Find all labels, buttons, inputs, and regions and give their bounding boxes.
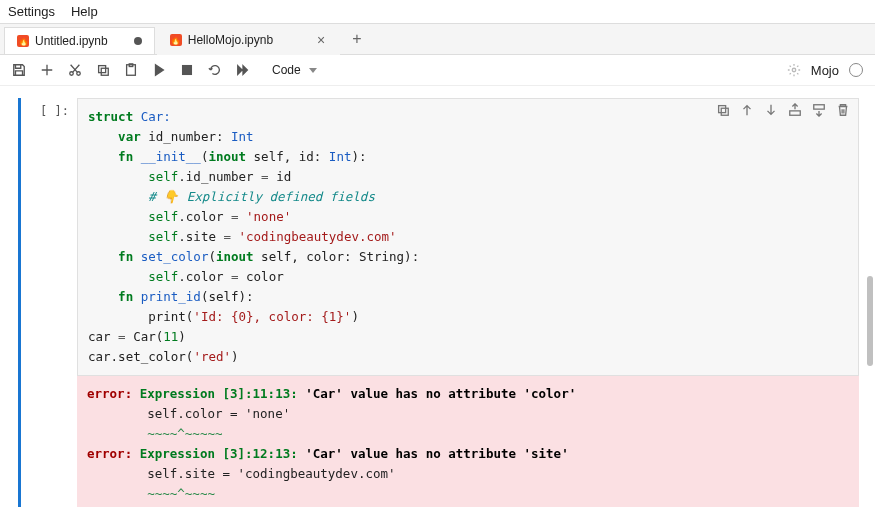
duplicate-icon[interactable] — [716, 103, 730, 123]
add-tab-button[interactable]: + — [342, 26, 371, 52]
move-down-icon[interactable] — [764, 103, 778, 123]
svg-point-1 — [77, 72, 81, 76]
move-up-icon[interactable] — [740, 103, 754, 123]
code-cell[interactable]: [ ]: struct Car: var id_number: Int fn _… — [18, 98, 859, 376]
cell-type-label: Code — [272, 63, 301, 77]
svg-rect-10 — [790, 111, 801, 115]
insert-above-icon[interactable] — [788, 103, 802, 123]
menu-settings[interactable]: Settings — [8, 4, 55, 19]
svg-rect-11 — [814, 105, 825, 109]
save-icon[interactable] — [12, 63, 26, 77]
cell-type-dropdown[interactable]: Code — [264, 61, 325, 79]
mojo-icon — [170, 34, 182, 46]
delete-icon[interactable] — [836, 103, 850, 123]
kernel-name[interactable]: Mojo — [811, 63, 839, 78]
run-icon[interactable] — [152, 63, 166, 77]
svg-rect-9 — [721, 108, 728, 115]
tab-hellomojo[interactable]: HelloMojo.ipynb × — [157, 25, 341, 55]
svg-point-7 — [792, 68, 796, 72]
svg-rect-8 — [719, 106, 726, 113]
toolbar: Code Mojo — [0, 55, 875, 86]
close-icon[interactable]: × — [315, 32, 327, 48]
menubar: Settings Help — [0, 0, 875, 23]
cell-prompt: [ ]: — [27, 98, 77, 376]
tabbar: Untitled.ipynb HelloMojo.ipynb × + — [0, 23, 875, 55]
tab-label: Untitled.ipynb — [35, 34, 108, 48]
svg-rect-2 — [99, 66, 106, 73]
stop-icon[interactable] — [180, 63, 194, 77]
fast-forward-icon[interactable] — [236, 63, 250, 77]
svg-point-0 — [70, 72, 74, 76]
tab-dirty-indicator — [134, 37, 142, 45]
kernel-status-icon[interactable] — [849, 63, 863, 77]
copy-icon[interactable] — [96, 63, 110, 77]
add-cell-icon[interactable] — [40, 63, 54, 77]
menu-help[interactable]: Help — [71, 4, 98, 19]
output-prompt — [27, 376, 77, 507]
chevron-down-icon — [309, 68, 317, 73]
tab-untitled[interactable]: Untitled.ipynb — [4, 27, 155, 54]
tab-label: HelloMojo.ipynb — [188, 33, 273, 47]
cell-marker — [18, 98, 21, 376]
scrollbar-thumb[interactable] — [867, 276, 873, 366]
mojo-icon — [17, 35, 29, 47]
svg-rect-6 — [183, 66, 192, 75]
paste-icon[interactable] — [124, 63, 138, 77]
svg-rect-3 — [101, 68, 108, 75]
gear-icon[interactable] — [787, 63, 801, 77]
restart-icon[interactable] — [208, 63, 222, 77]
error-output: error: Expression [3]:11:13: 'Car' value… — [77, 376, 859, 507]
cell-marker — [18, 376, 21, 507]
cell-toolbar — [716, 103, 850, 123]
notebook-area: [ ]: struct Car: var id_number: Int fn _… — [0, 86, 875, 507]
code-area[interactable]: struct Car: var id_number: Int fn __init… — [77, 98, 859, 376]
cut-icon[interactable] — [68, 63, 82, 77]
insert-below-icon[interactable] — [812, 103, 826, 123]
output-cell: error: Expression [3]:11:13: 'Car' value… — [18, 376, 859, 507]
